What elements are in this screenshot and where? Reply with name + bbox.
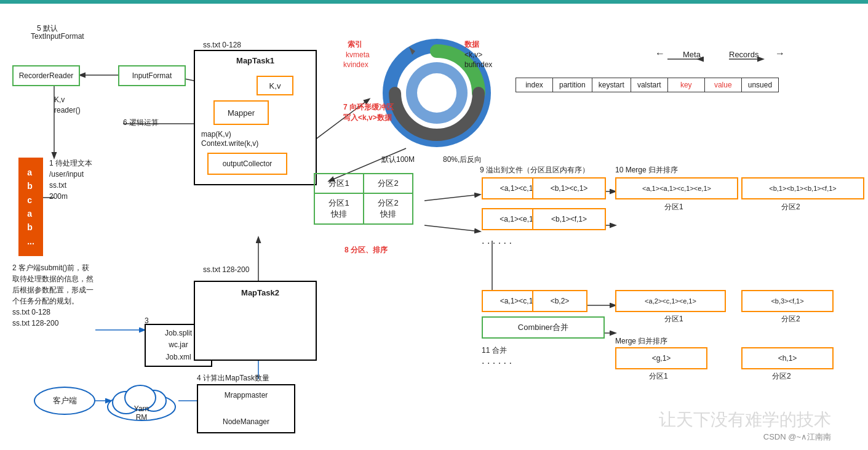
col-value: value bbox=[704, 78, 741, 92]
merge2-box: <b,1><b,1><b,1><f,1> bbox=[741, 177, 864, 199]
step8-label: 8 分区、排序 bbox=[344, 245, 388, 255]
result-b2: <b,2> bbox=[532, 290, 587, 312]
recorderreader-box: RecorderReader bbox=[12, 65, 80, 86]
svg-line-6 bbox=[424, 225, 480, 231]
maptask1-box: MapTask1 K,v Mapper map(K,v) Context.wri… bbox=[194, 50, 317, 185]
fen1-label: 分区1 bbox=[664, 202, 683, 212]
sstxt-label: ss.txt 0-128 bbox=[203, 41, 241, 49]
bufindex-label: bufindex bbox=[464, 60, 492, 69]
svg-point-35 bbox=[417, 73, 456, 113]
mapkv-label: map(K,v) bbox=[201, 130, 231, 139]
svg-text:Yarn: Yarn bbox=[134, 404, 149, 413]
ellipsis2: · · · · · · bbox=[482, 358, 512, 369]
inputformat-box: InputFormat bbox=[118, 65, 186, 86]
csdn-label: CSDN @~∧江南南 bbox=[763, 432, 831, 443]
combiner-box: Combiner合并 bbox=[482, 316, 605, 339]
fen1c-label: 分区1 bbox=[649, 371, 668, 382]
svg-text:RM: RM bbox=[136, 413, 148, 422]
suoyin-label: 索引 bbox=[348, 39, 362, 50]
step11-label: 11 合并 bbox=[482, 345, 507, 356]
partition2-kuai-cell: 分区2快排 bbox=[364, 193, 413, 224]
maptask2-box: MapTask2 bbox=[194, 281, 317, 361]
merge1-box: <a,1><a,1><c,1><e,1> bbox=[615, 177, 738, 199]
col-index: index bbox=[516, 78, 553, 92]
partition2-cell: 分区2 bbox=[364, 174, 413, 193]
meta-label: Meta bbox=[683, 50, 701, 59]
step9-label: 9 溢出到文件（分区且区内有序） bbox=[480, 165, 589, 175]
col-keystart: keystart bbox=[592, 78, 631, 92]
fen2c-label: 分区2 bbox=[772, 371, 791, 382]
mapper-box: Mapper bbox=[213, 100, 269, 125]
fen2b-label: 分区2 bbox=[781, 314, 800, 324]
client-shape: 客户端 bbox=[34, 387, 95, 415]
result-bf1: <b,1><f,1> bbox=[532, 208, 606, 230]
g1-box: <g,1> bbox=[615, 347, 707, 369]
col-unsued: unsued bbox=[741, 78, 778, 92]
meta-arrow-left: ← bbox=[655, 48, 665, 59]
ellipsis1: · · · · · · bbox=[482, 238, 512, 249]
step7-label: 7 向环形缓冲区 写入<k,v>数据 bbox=[343, 102, 394, 123]
records-arrow-right: → bbox=[775, 48, 785, 59]
merge-label2: Merge 归并排序 bbox=[615, 336, 667, 347]
watermark: 让天下没有难学的技术 bbox=[659, 408, 831, 432]
partition-table: 分区1 分区2 分区1快排 分区2快排 bbox=[314, 173, 413, 225]
kv-box: K,v bbox=[257, 76, 293, 95]
default100m-label: 默认100M bbox=[381, 155, 415, 165]
meta-records-table: index partition keystart valstart key va… bbox=[516, 78, 779, 92]
step2-label: 2 客户端submit()前，获 取待处理数据的信息，然 后根据参数配置，形成一… bbox=[12, 262, 141, 329]
outputcollector-box: outputCollector bbox=[207, 153, 287, 175]
partition1-kuai-cell: 分区1快排 bbox=[314, 193, 364, 224]
yarn-cloud: Yarn RM bbox=[105, 379, 178, 422]
step10-label: 10 Merge 归并排序 bbox=[615, 165, 678, 175]
col-partition: partition bbox=[553, 78, 592, 92]
col-key: key bbox=[667, 78, 704, 92]
ac1e1-box: <a,2><c,1><e,1> bbox=[615, 290, 726, 312]
contextwrite-label: Context.write(k,v) bbox=[201, 139, 258, 148]
data-label: 数据 bbox=[464, 39, 479, 50]
step1-label: 1 待处理文本 /user/input ss.txt 200m bbox=[49, 158, 92, 202]
mrappmaster-box: Mrappmaster NodeManager bbox=[197, 384, 295, 433]
kvindex-label: kvindex bbox=[343, 60, 368, 69]
maptask1-title: MapTask1 bbox=[236, 56, 274, 65]
step6-label: 6 逻辑运算 bbox=[123, 118, 159, 128]
kvreader-label: K,v reader() bbox=[54, 95, 81, 116]
fen1b-label: 分区1 bbox=[664, 314, 683, 324]
step4-label: 4 计算出MapTask数量 bbox=[197, 373, 269, 384]
records-label: Records bbox=[729, 50, 759, 59]
sstxt128-label: ss.txt 128-200 bbox=[203, 265, 249, 274]
percent80-label: 80%,后反向 bbox=[443, 155, 482, 165]
textinputformat-label: TextInputFormat bbox=[31, 32, 84, 41]
h1-box: <h,1> bbox=[741, 347, 834, 369]
partition1-cell: 分区1 bbox=[314, 174, 364, 193]
kvangle-label: <k,v> bbox=[464, 50, 482, 59]
kvmeta-label: kvmeta bbox=[346, 50, 370, 59]
col-valstart: valstart bbox=[631, 78, 667, 92]
b3f1-box: <b,3><f,1> bbox=[741, 290, 834, 312]
svg-line-5 bbox=[424, 195, 480, 201]
main-area: 5 默认 TextInputFormat ss.txt 0-128 MapTas… bbox=[0, 4, 868, 450]
fen2-label: 分区2 bbox=[781, 202, 800, 212]
result-bc1: <b,1><c,1> bbox=[532, 177, 606, 199]
file-list-box: abcab... bbox=[18, 158, 43, 256]
